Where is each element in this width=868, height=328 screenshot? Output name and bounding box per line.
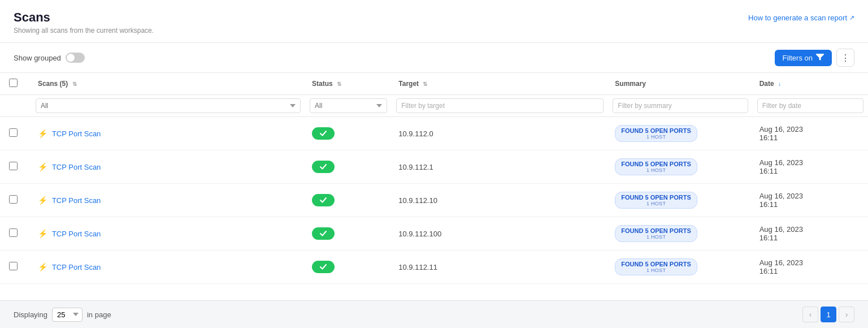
row-checkbox-cell[interactable] [0, 251, 31, 284]
header-left: Scans Showing all scans from the current… [14, 10, 154, 34]
col-summary-label: Summary [615, 80, 646, 88]
page-size-select[interactable]: 25 10 50 100 [52, 308, 83, 322]
target-filter-input[interactable] [396, 98, 604, 113]
row-summary: FOUND 5 OPEN PORTS1 HOST [608, 184, 752, 217]
col-status-label: Status [312, 80, 333, 88]
target-text-1: 10.9.112.1 [398, 163, 433, 171]
page-1-button[interactable]: 1 [821, 307, 836, 322]
table-body: ⚡ TCP Port Scan 10.9.112.0 FOUND 5 OPEN … [0, 117, 868, 284]
row-checkbox-2[interactable] [9, 195, 18, 204]
show-grouped-label: Show grouped [14, 54, 61, 62]
toolbar: Show grouped Filters on ⋮ [0, 43, 868, 73]
bolt-icon: ⚡ [38, 196, 47, 205]
row-checkbox-cell[interactable] [0, 117, 31, 150]
toolbar-right: Filters on ⋮ [775, 49, 854, 67]
summary-badge-2: FOUND 5 OPEN PORTS1 HOST [615, 192, 697, 209]
row-scan-name: ⚡ TCP Port Scan [31, 117, 305, 150]
more-options-icon: ⋮ [841, 53, 850, 63]
row-status [305, 117, 392, 150]
scan-link-1[interactable]: TCP Port Scan [52, 163, 101, 171]
displaying-label: Displaying [14, 310, 47, 319]
col-status-sort-icon: ⇅ [337, 81, 341, 87]
row-checkbox-3[interactable] [9, 228, 18, 237]
bolt-icon: ⚡ [38, 229, 47, 238]
bolt-icon: ⚡ [38, 129, 47, 138]
page-title: Scans [14, 10, 154, 25]
row-date: Aug 16, 202316:11 [753, 217, 868, 251]
help-link-text: How to generate a scan report [748, 14, 847, 22]
row-summary: FOUND 5 OPEN PORTS1 HOST [608, 117, 752, 150]
status-filter-select[interactable]: All [310, 98, 387, 113]
target-text-4: 10.9.112.11 [398, 263, 437, 271]
status-badge-4 [312, 261, 335, 273]
row-checkbox-0[interactable] [9, 128, 18, 137]
date-filter-input[interactable] [757, 98, 863, 113]
row-status [305, 217, 392, 251]
scans-filter-select[interactable]: All [36, 98, 301, 113]
next-page-button[interactable]: › [839, 307, 854, 322]
row-scan-name: ⚡ TCP Port Scan [31, 251, 305, 284]
row-scan-name: ⚡ TCP Port Scan [31, 184, 305, 217]
row-summary: FOUND 5 OPEN PORTS1 HOST [608, 150, 752, 184]
footer-pagination-info: Displaying 25 10 50 100 in page [14, 308, 111, 322]
filters-button[interactable]: Filters on [775, 50, 832, 66]
page-subtitle: Showing all scans from the current works… [14, 27, 154, 34]
show-grouped-toggle[interactable] [66, 53, 85, 63]
filter-icon [816, 54, 824, 62]
pagination-controls: ‹ 1 › [802, 307, 854, 322]
row-date: Aug 16, 202316:11 [753, 117, 868, 150]
bolt-icon: ⚡ [38, 262, 47, 271]
status-badge-2 [312, 194, 335, 206]
date-text-2: Aug 16, 202316:11 [760, 192, 803, 209]
row-target: 10.9.112.0 [392, 117, 608, 150]
row-checkbox-4[interactable] [9, 262, 18, 270]
summary-filter-input[interactable] [613, 98, 748, 113]
row-summary: FOUND 5 OPEN PORTS1 HOST [608, 251, 752, 284]
row-checkbox-cell[interactable] [0, 150, 31, 184]
scan-link-0[interactable]: TCP Port Scan [52, 130, 101, 138]
row-status [305, 150, 392, 184]
table-footer: Displaying 25 10 50 100 in page ‹ 1 › [0, 300, 868, 328]
select-all-checkbox[interactable] [9, 79, 18, 87]
external-link-icon: ↗ [849, 14, 854, 21]
scans-table: Scans (5) ⇅ Status ⇅ Target ⇅ Summary [0, 73, 868, 284]
show-grouped-control: Show grouped [14, 53, 85, 63]
table-row: ⚡ TCP Port Scan 10.9.112.1 FOUND 5 OPEN … [0, 150, 868, 184]
filter-status-cell: All [305, 95, 392, 117]
date-text-4: Aug 16, 202316:11 [760, 258, 803, 275]
row-summary: FOUND 5 OPEN PORTS1 HOST [608, 217, 752, 251]
filter-summary-cell [608, 95, 752, 117]
select-all-header[interactable] [0, 73, 31, 95]
row-date: Aug 16, 202316:11 [753, 251, 868, 284]
prev-page-button[interactable]: ‹ [802, 307, 818, 322]
status-badge-1 [312, 161, 335, 173]
summary-badge-3: FOUND 5 OPEN PORTS1 HOST [615, 225, 697, 242]
more-options-button[interactable]: ⋮ [836, 49, 854, 67]
row-status [305, 251, 392, 284]
row-target: 10.9.112.10 [392, 184, 608, 217]
filters-button-label: Filters on [783, 54, 813, 62]
col-header-scans[interactable]: Scans (5) ⇅ [31, 73, 305, 95]
col-header-date[interactable]: Date ↓ [753, 73, 868, 95]
col-target-label: Target [398, 80, 419, 88]
filter-date-cell [753, 95, 868, 117]
help-link[interactable]: How to generate a scan report ↗ [748, 14, 854, 22]
filter-row: All All [0, 95, 868, 117]
row-date: Aug 16, 202316:11 [753, 150, 868, 184]
status-badge-3 [312, 227, 335, 240]
table-row: ⚡ TCP Port Scan 10.9.112.100 FOUND 5 OPE… [0, 217, 868, 251]
col-date-label: Date [760, 80, 774, 88]
col-header-status[interactable]: Status ⇅ [305, 73, 392, 95]
row-checkbox-cell[interactable] [0, 184, 31, 217]
date-text-0: Aug 16, 202316:11 [760, 125, 803, 142]
table-header-row: Scans (5) ⇅ Status ⇅ Target ⇅ Summary [0, 73, 868, 95]
row-checkbox-1[interactable] [9, 162, 18, 170]
target-text-2: 10.9.112.10 [398, 196, 437, 205]
scan-link-2[interactable]: TCP Port Scan [52, 196, 101, 205]
row-target: 10.9.112.1 [392, 150, 608, 184]
row-checkbox-cell[interactable] [0, 217, 31, 251]
scan-link-3[interactable]: TCP Port Scan [52, 230, 101, 238]
in-page-label: in page [87, 310, 111, 319]
scan-link-4[interactable]: TCP Port Scan [52, 263, 101, 271]
col-header-target[interactable]: Target ⇅ [392, 73, 608, 95]
